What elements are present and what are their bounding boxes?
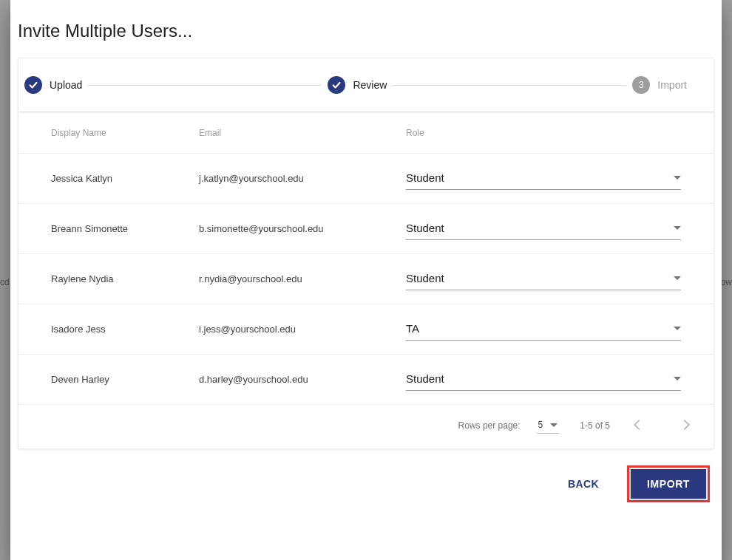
back-button[interactable]: BACK: [555, 471, 612, 497]
cell-email: b.simonette@yourschool.edu: [199, 223, 406, 234]
cell-display-name: Jessica Katlyn: [51, 173, 199, 184]
caret-down-icon: [674, 327, 681, 330]
cell-email: r.nydia@yourschool.edu: [199, 273, 406, 284]
role-select[interactable]: Student: [406, 218, 681, 240]
role-select[interactable]: Student: [406, 168, 681, 190]
table-row: Breann Simonette b.simonette@yourschool.…: [18, 204, 714, 254]
step-label: Review: [353, 79, 387, 91]
cell-display-name: Isadore Jess: [51, 324, 199, 335]
col-header-email: Email: [199, 128, 406, 138]
table-row: Jessica Katlyn j.katlyn@yourschool.edu S…: [18, 154, 714, 204]
rows-per-page-label: Rows per page:: [458, 420, 521, 431]
chevron-left-icon: [634, 420, 644, 430]
cell-display-name: Raylene Nydia: [51, 273, 199, 284]
table-row: Deven Harley d.harley@yourschool.edu Stu…: [18, 355, 714, 405]
role-select[interactable]: TA: [406, 318, 681, 341]
caret-down-icon: [674, 176, 681, 180]
import-button[interactable]: IMPORT: [631, 469, 706, 499]
dialog-title: Invite Multiple Users...: [10, 0, 722, 58]
step-label: Upload: [50, 79, 82, 91]
col-header-role: Role: [406, 128, 681, 138]
cell-email: i.jess@yourschool.edu: [199, 324, 406, 335]
role-value: TA: [406, 322, 419, 335]
step-connector: [393, 85, 626, 86]
step-label: Import: [657, 79, 687, 91]
stepper: Upload Review 3 Import: [18, 58, 714, 112]
table-row: Isadore Jess i.jess@yourschool.edu TA: [18, 304, 714, 355]
col-header-name: Display Name: [51, 128, 199, 138]
step-connector: [88, 85, 322, 86]
pagination-range: 1-5 of 5: [580, 420, 610, 431]
role-select[interactable]: Student: [406, 369, 681, 391]
chevron-right-icon: [680, 420, 690, 430]
caret-down-icon: [674, 276, 681, 280]
role-select[interactable]: Student: [406, 268, 681, 290]
cell-display-name: Deven Harley: [51, 374, 199, 385]
tutorial-highlight: IMPORT: [627, 465, 710, 502]
dialog-actions: BACK IMPORT: [10, 449, 722, 502]
role-value: Student: [406, 171, 444, 184]
role-value: Student: [406, 372, 444, 385]
cell-email: j.katlyn@yourschool.edu: [199, 173, 406, 184]
rows-per-page-value: 5: [538, 420, 543, 430]
invite-users-dialog: Invite Multiple Users... Upload Review 3…: [10, 0, 722, 560]
rows-per-page: Rows per page: 5: [458, 417, 560, 434]
review-table: Display Name Email Role Jessica Katlyn j…: [18, 112, 714, 448]
caret-down-icon: [550, 423, 558, 427]
caret-down-icon: [674, 377, 681, 380]
table-row: Raylene Nydia r.nydia@yourschool.edu Stu…: [18, 254, 714, 304]
pagination-arrows: [631, 415, 693, 435]
stepper-card: Upload Review 3 Import Display Name Emai…: [18, 58, 714, 449]
table-header-row: Display Name Email Role: [18, 112, 714, 154]
step-import: 3 Import: [626, 76, 693, 94]
bg-text-left: cd: [0, 277, 10, 287]
step-review[interactable]: Review: [322, 76, 393, 94]
role-value: Student: [406, 222, 444, 234]
step-upload[interactable]: Upload: [18, 76, 88, 94]
check-icon: [24, 76, 42, 94]
rows-per-page-select[interactable]: 5: [537, 417, 560, 434]
next-page-button[interactable]: [677, 415, 693, 435]
caret-down-icon: [674, 226, 681, 230]
table-pagination: Rows per page: 5 1-5 of 5: [18, 405, 714, 448]
step-number-icon: 3: [632, 76, 650, 94]
check-icon: [328, 76, 345, 94]
cell-email: d.harley@yourschool.edu: [199, 374, 406, 385]
cell-display-name: Breann Simonette: [51, 223, 199, 234]
prev-page-button[interactable]: [631, 415, 647, 435]
role-value: Student: [406, 272, 444, 284]
